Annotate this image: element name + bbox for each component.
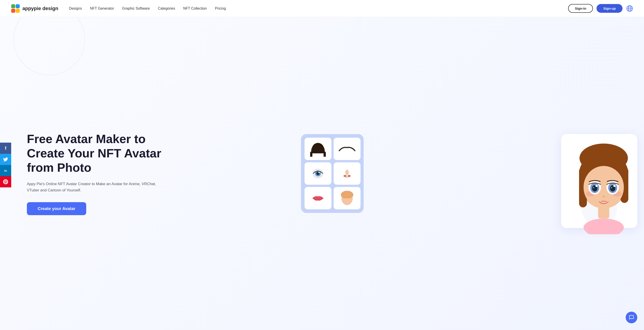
- svg-point-16: [344, 175, 347, 177]
- signin-button[interactable]: Sign-in: [568, 4, 593, 13]
- svg-rect-10: [324, 152, 326, 157]
- svg-rect-9: [310, 152, 312, 157]
- svg-point-14: [318, 172, 320, 173]
- svg-rect-23: [586, 223, 622, 234]
- globe-icon[interactable]: [626, 5, 633, 12]
- chat-button[interactable]: [626, 312, 637, 323]
- eye-option[interactable]: [304, 162, 332, 185]
- svg-point-35: [596, 185, 598, 187]
- svg-point-40: [613, 185, 616, 187]
- social-pinterest-button[interactable]: [0, 176, 11, 188]
- svg-point-36: [593, 187, 594, 188]
- lips-option[interactable]: [304, 187, 332, 209]
- logo-text: appypie design: [22, 6, 58, 12]
- hero-content: Free Avatar Maker to Create Your NFT Ava…: [27, 132, 179, 215]
- social-linkedin-button[interactable]: in: [0, 165, 11, 176]
- nose-option[interactable]: [334, 162, 360, 185]
- svg-point-41: [611, 187, 612, 188]
- nav-designs[interactable]: Designs: [69, 6, 82, 10]
- hair-option[interactable]: [304, 138, 332, 160]
- nav-pricing[interactable]: Pricing: [215, 6, 226, 10]
- svg-point-19: [341, 191, 353, 199]
- hero-title: Free Avatar Maker to Create Your NFT Ava…: [27, 132, 179, 175]
- svg-rect-3: [16, 9, 20, 13]
- face-option[interactable]: [334, 187, 360, 209]
- nav-links: Designs NFT Generator Graphic Software C…: [69, 6, 568, 10]
- navbar: appypie design Designs NFT Generator Gra…: [0, 0, 644, 17]
- svg-point-15: [345, 170, 349, 175]
- create-avatar-button[interactable]: Create your Avatar: [27, 202, 86, 215]
- hero-illustration: [290, 17, 644, 330]
- social-twitter-button[interactable]: [0, 154, 11, 165]
- logo-icon: [11, 4, 20, 13]
- nav-graphic-software[interactable]: Graphic Software: [122, 6, 150, 10]
- nav-nft-collection[interactable]: NFT Collection: [183, 6, 207, 10]
- svg-rect-1: [16, 4, 20, 8]
- nav-actions: Sign-in Sign-up: [568, 4, 633, 13]
- eyebrow-option[interactable]: [334, 138, 360, 160]
- nav-nft-generator[interactable]: NFT Generator: [90, 6, 114, 10]
- hero-subtitle: Appy Pie's Online NFT Avatar Creator to …: [27, 181, 157, 193]
- svg-point-42: [602, 196, 605, 198]
- signup-button[interactable]: Sign-up: [596, 4, 622, 13]
- svg-rect-2: [11, 9, 15, 13]
- social-sidebar: f in: [0, 142, 11, 188]
- hero-section: Free Avatar Maker to Create Your NFT Ava…: [0, 17, 644, 330]
- svg-point-17: [348, 175, 351, 177]
- svg-rect-0: [11, 4, 15, 8]
- arc-decoration: [14, 17, 85, 75]
- avatar-character: [566, 136, 642, 235]
- avatar-selector-card: [301, 134, 364, 213]
- logo[interactable]: appypie design: [11, 4, 58, 13]
- social-facebook-button[interactable]: f: [0, 142, 11, 154]
- nav-categories[interactable]: Categories: [158, 6, 175, 10]
